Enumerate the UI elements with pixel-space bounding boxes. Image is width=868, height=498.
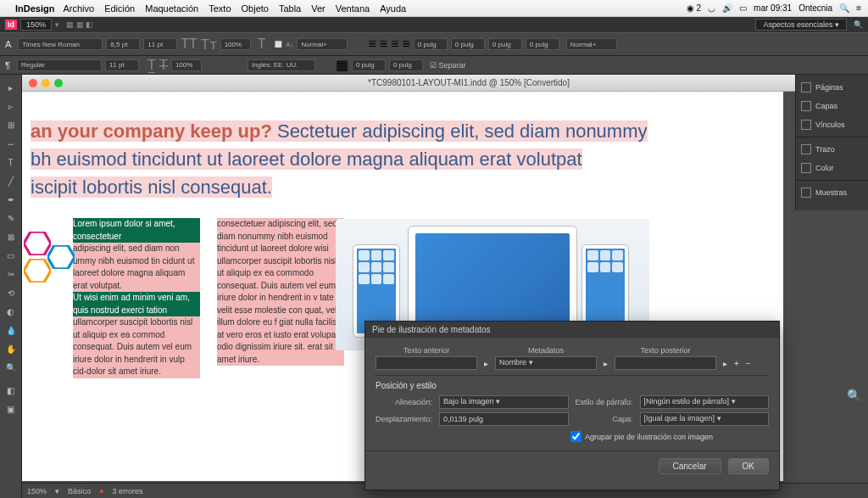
workspace-select[interactable]: Aspectos esenciales ▾ <box>755 19 847 31</box>
underline-icon[interactable]: T̲ <box>147 57 156 73</box>
text-after-input[interactable] <box>615 356 716 370</box>
headline-text[interactable]: an your company keep up? Sectetuer adipi… <box>31 117 775 201</box>
volume-icon[interactable]: 🔊 <box>722 3 732 13</box>
para-style-select[interactable]: Normal+ <box>297 38 348 50</box>
clock[interactable]: mar 09:31 <box>754 3 792 13</box>
gap-tool[interactable]: ↔ <box>2 135 20 152</box>
battery-icon[interactable]: ▭ <box>739 3 747 13</box>
col-width-field[interactable]: 0 pulg <box>352 59 386 71</box>
pencil-tool[interactable]: ✎ <box>2 210 20 227</box>
metadata-select[interactable]: Nombre ▾ <box>495 356 597 370</box>
char-style-select[interactable]: Normal+ <box>566 38 617 50</box>
view-mode-tool[interactable]: ▣ <box>2 400 20 417</box>
type-tool[interactable]: T <box>2 154 20 171</box>
cc-icon[interactable]: ◉ 2 <box>687 3 701 13</box>
rectangle-frame-tool[interactable]: ⊠ <box>2 228 20 245</box>
zoom-tool[interactable]: 🔍 <box>2 359 20 376</box>
fill-stroke-icon[interactable]: ■ <box>274 36 282 52</box>
menu-ver[interactable]: Ver <box>311 3 326 14</box>
search-icon[interactable]: 🔍 <box>854 20 863 29</box>
panel-color[interactable]: Color <box>796 159 868 177</box>
menu-objeto[interactable]: Objeto <box>242 3 269 14</box>
menu-ayuda[interactable]: Ayuda <box>380 3 406 14</box>
indent-right-field[interactable]: 0 pulg <box>451 38 485 50</box>
app-name[interactable]: InDesign <box>15 3 54 14</box>
leading2-field[interactable]: 11 pt <box>105 59 139 71</box>
offset-input[interactable] <box>439 412 568 426</box>
group-caption-checkbox[interactable] <box>570 431 581 442</box>
alignment-select[interactable]: Bajo la imagen ▾ <box>439 395 568 409</box>
baseline-icon[interactable]: T <box>258 36 266 52</box>
direct-selection-tool[interactable]: ▹ <box>2 98 20 115</box>
tracking-field[interactable]: 100% <box>220 38 251 50</box>
close-window-button[interactable] <box>29 79 37 87</box>
gradient-tool[interactable]: ◐ <box>2 303 20 320</box>
smallcaps-icon[interactable]: Tᴛ <box>201 36 217 53</box>
view-icons[interactable]: ▦ ▦ ◧ <box>66 20 93 29</box>
status-page[interactable]: Básico <box>68 487 91 495</box>
remove-row-button[interactable]: − <box>746 359 751 368</box>
menu-archivo[interactable]: Archivo <box>63 3 94 14</box>
fill-stroke-swap[interactable]: ◧ <box>2 382 20 399</box>
scissors-tool[interactable]: ✂ <box>2 266 20 283</box>
menu-tabla[interactable]: Tabla <box>279 3 301 14</box>
add-row-button[interactable]: + <box>734 359 739 368</box>
minimize-window-button[interactable] <box>42 79 50 87</box>
panel-capas[interactable]: Capas <box>796 97 868 115</box>
font-family-select[interactable]: Times New Roman <box>18 38 103 50</box>
status-zoom[interactable]: 150% <box>27 487 47 495</box>
user-name[interactable]: Ontecnia <box>798 3 832 13</box>
rectangle-tool[interactable]: ▭ <box>2 247 20 264</box>
strike-icon[interactable]: T̶ <box>159 57 168 73</box>
columns-icon[interactable]: ▦ <box>336 57 348 73</box>
space-after-field[interactable]: 0 pulg <box>526 38 559 50</box>
wifi-icon[interactable]: ◡ <box>708 3 715 13</box>
layer-select[interactable]: [Igual que la imagen] ▾ <box>640 412 769 426</box>
ok-button[interactable]: OK <box>728 458 769 474</box>
menu-edicion[interactable]: Edición <box>104 3 135 14</box>
separar-checkbox[interactable]: ☑ Separar <box>430 61 466 70</box>
line-tool[interactable]: ╱ <box>2 172 20 189</box>
status-errors[interactable]: 3 errores <box>112 487 142 495</box>
space-before-field[interactable]: 0 pulg <box>488 38 522 50</box>
para-style-select-dlg[interactable]: [Ningún estilo de párrafo] ▾ <box>640 395 769 409</box>
menu-maquetacion[interactable]: Maquetación <box>145 3 198 14</box>
language-select[interactable]: Inglés: EE. UU. <box>248 59 315 71</box>
indent-left-field[interactable]: 0 pulg <box>414 38 448 50</box>
magnify-icon[interactable]: 🔍 <box>847 389 861 402</box>
hand-tool[interactable]: ✋ <box>2 340 20 357</box>
align-justify-icon[interactable]: ≡ <box>403 36 410 52</box>
free-transform-tool[interactable]: ⟲ <box>2 284 20 301</box>
align-right-icon[interactable]: ≡ <box>391 36 398 52</box>
zoom-select[interactable]: 150% <box>20 19 52 31</box>
panel-paginas[interactable]: Páginas <box>796 78 868 97</box>
panel-vinculos[interactable]: Vínculos <box>796 115 868 134</box>
menu-texto[interactable]: Texto <box>209 3 231 14</box>
svg-marker-2 <box>24 259 51 283</box>
vscale-field[interactable]: 100% <box>171 59 202 71</box>
leading-select[interactable]: 11 pt <box>143 38 177 50</box>
align-left-icon[interactable]: ≡ <box>368 36 376 52</box>
eyedropper-tool[interactable]: 💧 <box>2 322 20 339</box>
page-tool[interactable]: ⊞ <box>2 116 20 133</box>
text-column-2[interactable]: consectetuer adipiscing elit, sed diam n… <box>217 218 344 378</box>
font-size-select[interactable]: 8,5 pt <box>106 38 140 50</box>
col-gutter-field[interactable]: 0 pulg <box>389 59 423 71</box>
spotlight-icon[interactable]: 🔍 <box>839 3 849 13</box>
panel-trazo[interactable]: Trazo <box>796 140 868 159</box>
text-column-1[interactable]: Lorem ipsum dolor si amet, consectetuer … <box>73 218 200 378</box>
panel-muestras[interactable]: Muestras <box>796 183 868 202</box>
font-style-select[interactable]: Regular <box>17 59 102 71</box>
dialog-title: Pie de ilustración de metadatos <box>365 322 779 338</box>
cancel-button[interactable]: Cancelar <box>659 458 721 474</box>
text-before-input[interactable] <box>376 356 477 370</box>
align-center-icon[interactable]: ≡ <box>380 36 387 52</box>
para-mode-icon[interactable]: ¶ <box>5 60 10 70</box>
char-mode-icon[interactable]: A <box>5 39 11 49</box>
zoom-window-button[interactable] <box>54 79 63 87</box>
selection-tool[interactable]: ▸ <box>2 79 20 96</box>
superscript-icon[interactable]: TT <box>181 36 198 52</box>
notifications-icon[interactable]: ≡ <box>856 3 861 13</box>
pen-tool[interactable]: ✒ <box>2 191 20 208</box>
menu-ventana[interactable]: Ventana <box>336 3 370 14</box>
